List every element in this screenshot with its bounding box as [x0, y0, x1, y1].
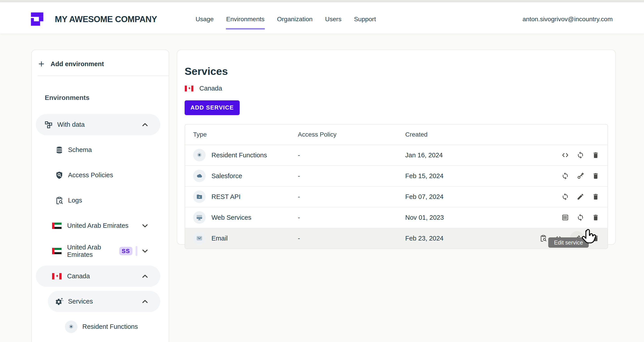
service-row-resident-functions[interactable]: Resident Functions - Jan 16, 2024: [185, 145, 608, 165]
column-type: Type: [193, 131, 298, 138]
shield-search-icon: [55, 171, 64, 180]
add-environment-button[interactable]: Add environment: [38, 57, 164, 71]
access-policy-value: -: [298, 152, 405, 159]
sync-action-button[interactable]: [577, 214, 584, 221]
sidebar-divider: [38, 75, 169, 76]
hierarchy-icon: [44, 120, 53, 129]
country-name: Canada: [200, 85, 222, 92]
chevron-up-icon[interactable]: [141, 298, 149, 306]
key-plus-action-button[interactable]: [577, 172, 584, 180]
created-value: Feb 15, 2024: [405, 172, 515, 180]
table-body: Resident Functions - Jan 16, 2024 Salesf…: [185, 145, 608, 249]
chevron-up-icon[interactable]: [141, 121, 149, 129]
nav-tab-label: Support: [354, 16, 376, 22]
delete-action-button[interactable]: [592, 214, 600, 221]
window-top-strip: [0, 0, 644, 2]
nav-tab-label: Organization: [277, 16, 312, 22]
flag-ca-icon: [184, 85, 194, 92]
brand[interactable]: MY AWESOME COMPANY: [30, 12, 157, 26]
environment-tree: With dataSchemaAccess PoliciesLogsUnited…: [32, 114, 169, 337]
sidebar-item-label: Canada: [67, 273, 90, 280]
chevron-down-icon[interactable]: [141, 222, 149, 230]
folder-icon: [193, 190, 206, 203]
sidebar-item-label: Services: [68, 298, 93, 305]
table-header: Type Access Policy Created: [185, 124, 608, 145]
resident-functions-icon: [193, 149, 206, 161]
gear-sparkle-icon: [55, 297, 64, 306]
sidebar-item-with-data[interactable]: With data: [36, 114, 160, 135]
sidebar-item-logs[interactable]: Logs: [48, 190, 160, 211]
top-navbar: MY AWESOME COMPANY UsageEnvironmentsOrga…: [0, 2, 644, 33]
sync-action-button[interactable]: [562, 172, 569, 180]
resident-functions-icon: [65, 321, 78, 333]
delete-action-button[interactable]: [592, 193, 600, 201]
row-actions: [515, 214, 608, 221]
nav-tab-support[interactable]: Support: [354, 15, 376, 24]
edit-action-button[interactable]: [577, 193, 584, 201]
nav-tab-usage[interactable]: Usage: [195, 15, 214, 24]
sidebar-item-label: United Arab Emirates: [67, 222, 128, 229]
services-table: Type Access Policy Created Resident Func…: [184, 124, 608, 249]
sidebar-item-services[interactable]: Services: [48, 291, 160, 312]
chevron-down-icon[interactable]: [141, 247, 149, 255]
badge-divider: [136, 246, 138, 256]
clipboard-search-icon: [55, 196, 64, 205]
row-actions: [515, 172, 608, 180]
page-title: Services: [184, 65, 608, 77]
sidebar-item-label: United Arab Emirates: [67, 244, 119, 258]
company-name: MY AWESOME COMPANY: [55, 14, 157, 24]
flag-ca-icon: [52, 273, 62, 280]
created-value: Jan 16, 2024: [405, 152, 515, 159]
created-value: Nov 01, 2023: [405, 214, 515, 221]
add-service-button[interactable]: ADD SERVICE: [184, 100, 240, 115]
service-row-email[interactable]: Email - Feb 23, 2024: [185, 228, 608, 249]
access-policy-value: -: [298, 172, 405, 180]
flag-ae-icon: [52, 248, 62, 254]
sidebar-section-title: Environments: [45, 94, 169, 101]
created-value: Feb 23, 2024: [405, 235, 515, 242]
access-policy-value: -: [298, 193, 405, 201]
row-actions: [515, 193, 608, 201]
plus-icon: [38, 60, 45, 68]
sidebar-item-label: Logs: [68, 197, 82, 204]
service-type-label: REST API: [212, 193, 240, 201]
nav-tab-label: Usage: [196, 16, 214, 22]
sync-action-button[interactable]: [562, 193, 569, 201]
sidebar-item-schema[interactable]: Schema: [48, 139, 160, 160]
user-email[interactable]: anton.sivogrivov@incountry.com: [522, 16, 613, 23]
sync-action-button[interactable]: [577, 151, 584, 159]
envelope-icon: [193, 232, 206, 245]
active-tab-underline: [226, 28, 265, 29]
nav-tab-label: Environments: [226, 16, 264, 22]
access-policy-value: -: [298, 235, 405, 242]
sidebar-item-label: Access Policies: [68, 171, 113, 179]
country-line: Canada: [184, 85, 608, 92]
column-created: Created: [405, 131, 515, 138]
row-actions: [515, 151, 608, 159]
sidebar-item-label: Resident Functions: [82, 323, 138, 330]
service-type-label: Salesforce: [212, 172, 242, 180]
delete-action-button[interactable]: [592, 151, 600, 159]
sidebar-item-united-arab-emirates[interactable]: United Arab Emirates: [36, 215, 160, 236]
nav-tab-users[interactable]: Users: [325, 15, 342, 24]
flag-ae-icon: [52, 222, 62, 229]
sidebar-item-canada[interactable]: Canada: [36, 266, 160, 287]
nav-tab-environments[interactable]: Environments: [226, 15, 265, 24]
database-icon: [55, 146, 64, 154]
code-action-button[interactable]: [562, 151, 569, 159]
sidebar-item-united-arab-emirates[interactable]: United Arab EmiratesSS: [36, 240, 160, 262]
list-action-button[interactable]: [562, 214, 569, 221]
service-row-rest-api[interactable]: REST API - Feb 07, 2024: [185, 186, 608, 207]
sidebar-item-access-policies[interactable]: Access Policies: [48, 165, 160, 186]
sidebar-item-resident-functions[interactable]: Resident Functions: [36, 316, 160, 337]
cloud-icon: [193, 170, 206, 182]
nav-tab-organization[interactable]: Organization: [276, 15, 313, 24]
ss-badge: SS: [119, 247, 132, 255]
chevron-up-icon[interactable]: [141, 272, 149, 280]
service-row-web-services[interactable]: Web Services - Nov 01, 2023: [185, 207, 608, 228]
delete-action-button[interactable]: [592, 235, 600, 242]
service-row-salesforce[interactable]: Salesforce - Feb 15, 2024: [185, 165, 608, 186]
service-type-label: Resident Functions: [212, 152, 267, 159]
clipboard-search-action-button[interactable]: [540, 235, 547, 242]
delete-action-button[interactable]: [592, 172, 600, 180]
